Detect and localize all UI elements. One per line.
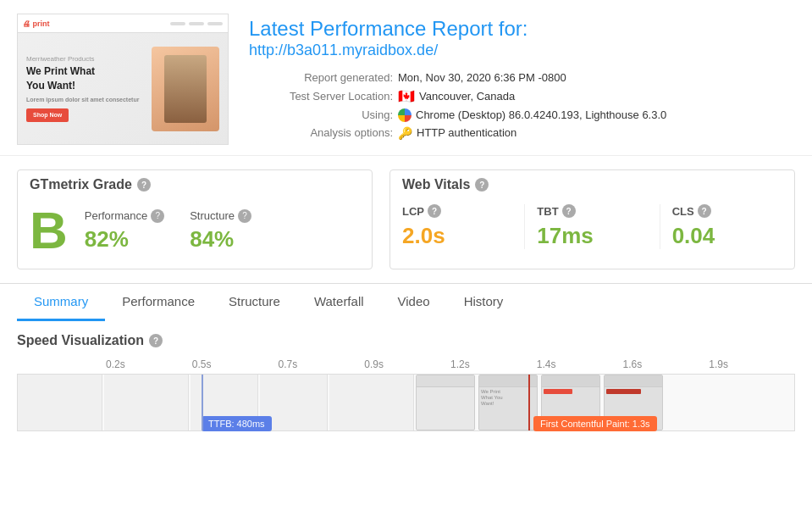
tbt-label: TBT ?: [537, 204, 647, 218]
label-0-5s: 0.5s: [192, 358, 279, 370]
structure-metric: Structure ? 84%: [190, 209, 251, 253]
label-0-9s: 0.9s: [364, 358, 450, 370]
tbt-help-icon[interactable]: ?: [562, 204, 576, 218]
meta-location-label: Test Server Location:: [249, 90, 393, 103]
tab-summary[interactable]: Summary: [17, 284, 105, 321]
tabs-nav: Summary Performance Structure Waterfall …: [0, 284, 812, 321]
using-text: Chrome (Desktop) 86.0.4240.193, Lighthou…: [416, 108, 666, 121]
meta-generated-value: Mon, Nov 30, 2020 6:36 PM -0800: [398, 71, 566, 84]
timeline-bars: We PrintWhat YouWant!: [17, 374, 795, 431]
report-title: Latest Performance Report for:: [249, 17, 795, 42]
bar-seg-2: [104, 375, 189, 430]
tabs-section: Summary Performance Structure Waterfall …: [0, 283, 812, 321]
header-section: 🖨 print Merriweather Products We Print W…: [0, 0, 812, 156]
tbt-vital: TBT ? 17ms: [525, 204, 660, 249]
meta-location: Test Server Location: 🇨🇦 Vancouver, Cana…: [249, 88, 795, 104]
screenshot-logo: 🖨 print: [23, 19, 50, 28]
location-text: Vancouver, Canada: [419, 90, 515, 103]
tbt-value: 17ms: [537, 223, 647, 249]
cls-value: 0.04: [672, 223, 782, 249]
report-info: Latest Performance Report for: http://b3…: [229, 14, 795, 145]
tab-structure[interactable]: Structure: [212, 284, 297, 321]
web-vitals-help-icon[interactable]: ?: [475, 178, 489, 192]
tab-history[interactable]: History: [447, 284, 521, 321]
meta-using-label: Using:: [249, 108, 393, 121]
speed-visualization-title: Speed Visualization ?: [17, 333, 795, 348]
meta-using-value: Chrome (Desktop) 86.0.4240.193, Lighthou…: [398, 108, 666, 122]
lcp-help-icon[interactable]: ?: [428, 204, 441, 218]
page-container: 🖨 print Merriweather Products We Print W…: [0, 0, 812, 522]
structure-help-icon[interactable]: ?: [238, 209, 251, 223]
fcp-line: [528, 375, 530, 430]
label-1-4s: 1.4s: [537, 358, 623, 370]
performance-metric: Performance ? 82%: [85, 209, 164, 253]
label-1-9s: 1.9s: [709, 358, 795, 370]
gtmetrix-grade-header: GTmetrix Grade ?: [18, 170, 372, 197]
tab-video[interactable]: Video: [381, 284, 447, 321]
grade-content: B Performance ? 82% Structure ?: [18, 197, 372, 269]
performance-help-icon[interactable]: ?: [151, 209, 164, 223]
structure-value: 84%: [190, 226, 251, 253]
bar-seg-5: [329, 375, 414, 430]
grade-metrics: Performance ? 82% Structure ? 84%: [85, 209, 251, 253]
cls-vital: CLS ? 0.04: [660, 204, 794, 249]
speed-section: Speed Visualization ? 0.2s 0.5s 0.7s 0.9…: [0, 321, 812, 440]
chrome-icon: [398, 108, 412, 122]
gtmetrix-help-icon[interactable]: ?: [137, 178, 151, 192]
web-vitals-title: Web Vitals: [402, 177, 470, 192]
key-icon: 🔑: [398, 126, 412, 140]
gtmetrix-grade-title: GTmetrix Grade: [30, 177, 132, 192]
tab-performance[interactable]: Performance: [105, 284, 212, 321]
vitals-content: LCP ? 2.0s TBT ? 17ms CLS ?: [390, 197, 794, 261]
label-0-2s: 0.2s: [106, 358, 192, 370]
grade-letter: B: [30, 204, 68, 257]
timeline-area: We PrintWhat YouWant! TTFB: 480ms First …: [17, 374, 795, 431]
meta-analysis-value: 🔑 HTTP authentication: [398, 126, 516, 140]
label-0-7s: 0.7s: [279, 358, 365, 370]
performance-value: 82%: [85, 226, 164, 253]
meta-generated: Report generated: Mon, Nov 30, 2020 6:36…: [249, 71, 795, 84]
screenshot-person-image: [152, 47, 219, 131]
grades-section: GTmetrix Grade ? B Performance ? 82%: [0, 156, 812, 283]
label-1-2s: 1.2s: [450, 358, 537, 370]
label-1-6s: 1.6s: [623, 358, 710, 370]
performance-label: Performance ?: [85, 209, 164, 223]
web-vitals-header: Web Vitals ?: [390, 170, 794, 197]
website-screenshot: 🖨 print Merriweather Products We Print W…: [17, 14, 229, 145]
lcp-vital: LCP ? 2.0s: [390, 204, 525, 249]
analysis-text: HTTP authentication: [417, 126, 516, 139]
gtmetrix-grade-box: GTmetrix Grade ? B Performance ? 82%: [17, 169, 373, 269]
report-meta: Report generated: Mon, Nov 30, 2020 6:36…: [249, 71, 795, 140]
bar-seg-1: [18, 375, 102, 430]
fcp-marker: First Contentful Paint: 1.3s: [533, 416, 657, 431]
ttfb-marker: TTFB: 480ms: [202, 416, 272, 431]
report-url[interactable]: http://b3a011.myraidbox.de/: [249, 42, 795, 59]
meta-location-value: 🇨🇦 Vancouver, Canada: [398, 88, 515, 104]
meta-analysis: Analysis options: 🔑 HTTP authentication: [249, 126, 795, 140]
meta-analysis-label: Analysis options:: [249, 126, 393, 139]
meta-generated-label: Report generated:: [249, 71, 393, 84]
web-vitals-box: Web Vitals ? LCP ? 2.0s TBT ? 17ms: [389, 169, 795, 269]
speed-help-icon[interactable]: ?: [149, 334, 163, 347]
timeline-labels: 0.2s 0.5s 0.7s 0.9s 1.2s 1.4s 1.6s 1.9s: [17, 358, 795, 370]
speed-timeline: 0.2s 0.5s 0.7s 0.9s 1.2s 1.4s 1.6s 1.9s: [17, 358, 795, 431]
meta-using: Using: Chrome (Desktop) 86.0.4240.193, L…: [249, 108, 795, 122]
lcp-label: LCP ?: [402, 204, 512, 218]
lcp-value: 2.0s: [402, 223, 512, 249]
tab-waterfall[interactable]: Waterfall: [297, 284, 381, 321]
cls-label: CLS ?: [672, 204, 782, 218]
screenshot-thumb-1: [416, 375, 475, 430]
structure-label: Structure ?: [190, 209, 251, 223]
canada-flag-icon: 🇨🇦: [398, 88, 415, 104]
ttfb-line: [202, 375, 203, 430]
cls-help-icon[interactable]: ?: [698, 204, 711, 218]
